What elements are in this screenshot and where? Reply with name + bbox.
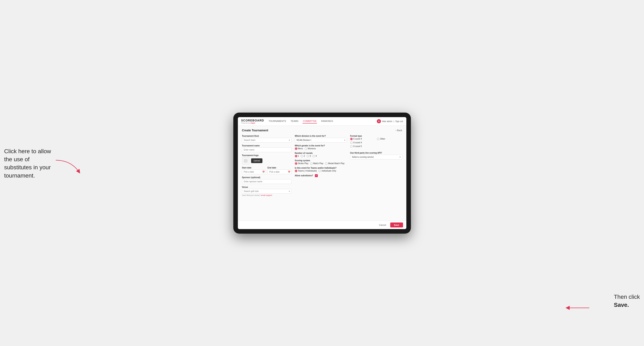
individuals-radio[interactable] (318, 170, 321, 172)
rounds-3[interactable]: 3 (306, 155, 311, 157)
cancel-button[interactable]: Cancel (377, 222, 388, 227)
teams-plus-individuals[interactable]: Teams (+Individuals) (295, 170, 317, 172)
venue-input[interactable] (242, 189, 292, 194)
rounds-2[interactable]: 2 (301, 155, 305, 157)
scoring-medal-radio[interactable] (325, 162, 328, 165)
gender-womens[interactable]: Womens (304, 148, 316, 150)
rounds-radio-group: 1 2 3 4 (295, 155, 347, 157)
logo-powered-by: Powered by clippd (241, 122, 264, 124)
sign-out-link[interactable]: Sign out (396, 120, 403, 123)
scoring-system-label: Scoring system (295, 159, 347, 162)
back-button[interactable]: ‹ Back (396, 129, 402, 132)
teams-field: Is this event for Teams and/or Individua… (295, 167, 347, 172)
tournament-name-label: Tournament name (242, 145, 292, 147)
rounds-4-radio[interactable] (312, 155, 315, 157)
start-date-label: Start date (242, 167, 266, 169)
sponsor-input[interactable] (242, 179, 292, 184)
scoring-stroke[interactable]: Stroke Play (295, 162, 308, 165)
upload-button[interactable]: Upload (251, 158, 263, 163)
tournament-host-select-wrap (242, 138, 292, 143)
format-other-radio[interactable] (377, 138, 379, 140)
gender-mens[interactable]: Mens (295, 148, 303, 150)
tournament-host-label: Tournament Host (242, 135, 292, 137)
individuals-only[interactable]: Individuals Only (318, 170, 336, 172)
form-mid-column: Which division is the event for? NCAA Di… (295, 135, 347, 196)
calendar-end-icon: 📅 (288, 171, 290, 173)
tournament-name-field: Tournament name (242, 145, 292, 152)
form-left-column: Tournament Host Tournament name Tourname… (242, 135, 292, 196)
gender-mens-radio[interactable] (295, 148, 297, 150)
rounds-field: Number of rounds 1 2 (295, 152, 347, 157)
substitutes-checkbox-wrap: Allow substitutes? (295, 174, 347, 177)
format-6count4-radio[interactable] (350, 142, 353, 144)
logo-scoreboard: SCOREBOARD (241, 119, 264, 122)
arrow-left-icon (55, 159, 82, 176)
rounds-1[interactable]: 1 (295, 155, 299, 157)
logo-placeholder-icon (242, 157, 250, 165)
tournament-logo-field: Tournament logo Upload (242, 154, 292, 165)
gender-womens-radio[interactable] (304, 148, 307, 150)
sponsor-label: Sponsor (optional) (242, 176, 292, 178)
end-date-wrap: 📅 (268, 170, 292, 174)
scoring-service-select[interactable]: Select a scoring service (350, 155, 402, 159)
division-select[interactable]: NCAA Division I (295, 138, 347, 143)
format-other[interactable]: Other (377, 138, 402, 140)
page-title: Create Tournament (242, 129, 268, 132)
scoring-medal[interactable]: Medal Match Play (325, 162, 344, 165)
date-fields: Start date 📅 End date 📅 (242, 167, 292, 174)
teams-radio-group: Teams (+Individuals) Individuals Only (295, 170, 347, 172)
save-button[interactable]: Save (390, 222, 403, 227)
substitutes-label: Allow substitutes? (295, 174, 313, 177)
tournament-name-input[interactable] (242, 148, 292, 152)
teams-radio[interactable] (295, 170, 297, 172)
rounds-2-radio[interactable] (301, 155, 303, 157)
nav-teams[interactable]: TEAMS (290, 119, 299, 124)
nav-user: B blair admin | Sign out (377, 119, 403, 123)
footer-bar: Cancel Save (238, 221, 406, 229)
user-name: blair admin (382, 120, 392, 123)
gender-radio-group: Mens Womens (295, 148, 347, 150)
format-6count5[interactable]: 6 count 5 (350, 145, 376, 148)
calendar-icon: 📅 (262, 171, 265, 173)
allow-substitutes-field: Allow substitutes? (295, 174, 347, 177)
division-field: Which division is the event for? NCAA Di… (295, 135, 347, 143)
rounds-4[interactable]: 4 (312, 155, 317, 157)
arrow-right-icon (566, 302, 590, 314)
page-header: Create Tournament ‹ Back (242, 129, 402, 132)
rounds-1-radio[interactable] (295, 155, 297, 157)
logo-upload-area: Upload (242, 157, 292, 165)
format-options: 5 count 4 Other 6 count 4 (350, 138, 402, 148)
end-date-label: End date (268, 167, 292, 169)
gender-label: Which gender is the event for? (295, 145, 347, 147)
teams-label: Is this event for Teams and/or Individua… (295, 167, 347, 169)
nav-links: TOURNAMENTS TEAMS COMMITTEE RANKINGS (268, 119, 377, 124)
logo: SCOREBOARD Powered by clippd (241, 119, 264, 124)
format-6count4[interactable]: 6 count 4 (350, 142, 376, 144)
rounds-3-radio[interactable] (306, 155, 309, 157)
division-select-wrap: NCAA Division I (295, 138, 347, 143)
svg-point-1 (245, 160, 245, 161)
tablet-device: SCOREBOARD Powered by clippd TOURNAMENTS… (233, 113, 411, 234)
gender-field: Which gender is the event for? Mens Wome… (295, 145, 347, 150)
annotation-left: Click here to allow the use of substitut… (4, 147, 54, 179)
scoring-match-radio[interactable] (310, 162, 312, 165)
nav-tournaments[interactable]: TOURNAMENTS (268, 119, 286, 124)
avatar: B (377, 119, 381, 123)
nav-committee[interactable]: COMMITTEE (302, 119, 317, 124)
scoring-stroke-radio[interactable] (295, 162, 297, 165)
form-right-column: Format type 5 count 4 Other (350, 135, 402, 196)
scoring-match[interactable]: Match Play (310, 162, 323, 165)
scoring-system-field: Scoring system Stroke Play Match Play (295, 159, 347, 165)
venue-email-support[interactable]: email support (261, 194, 272, 196)
tournament-host-input[interactable] (242, 138, 292, 143)
format-type-field: Format type 5 count 4 Other (350, 135, 402, 148)
nav-rankings[interactable]: RANKINGS (321, 119, 333, 124)
substitutes-checkbox[interactable] (315, 174, 318, 177)
third-party-field: Use third-party live scoring API? Select… (350, 152, 402, 159)
format-6count5-radio[interactable] (350, 145, 353, 148)
format-5count4-radio[interactable] (350, 138, 353, 140)
format-5count4[interactable]: 5 count 4 (350, 138, 376, 140)
end-date-field: End date 📅 (268, 167, 292, 174)
annotation-right: Then click Save. (614, 293, 640, 309)
venue-help: Can't find your venue? email support (242, 194, 292, 196)
